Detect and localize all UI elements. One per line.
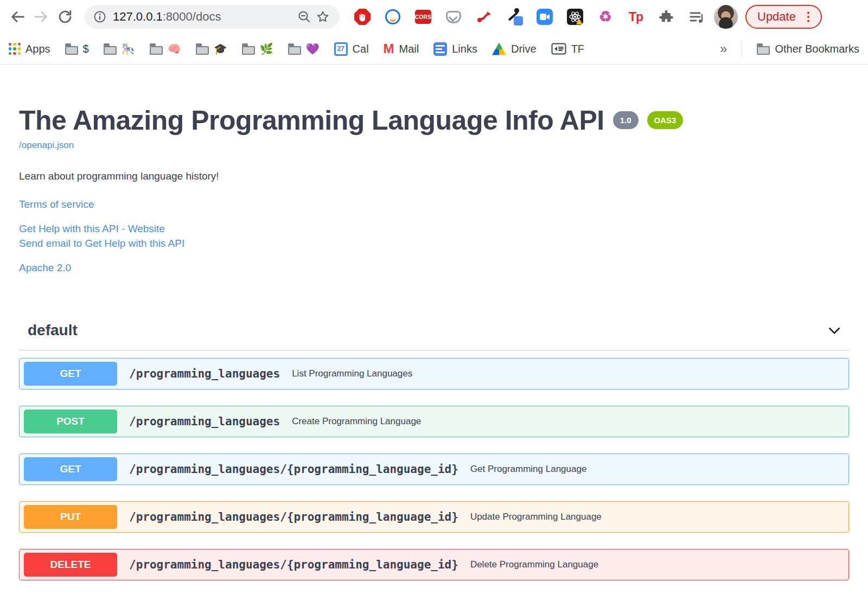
license-link[interactable]: Apache 2.0 <box>19 262 849 274</box>
playlist-icon[interactable] <box>688 8 705 25</box>
endpoint-row-put-update[interactable]: PUT /programming_languages/{programming_… <box>19 501 849 533</box>
info-links: Terms of service Get Help with this API … <box>19 199 849 274</box>
endpoint-path: /programming_languages/{programming_lang… <box>129 510 458 523</box>
bookmark-mail[interactable]: M Mail <box>384 42 419 55</box>
bookmark-label: 💜 <box>306 43 320 54</box>
cors-label: CORS <box>415 10 431 24</box>
endpoint-summary: Update Programming Language <box>470 512 602 522</box>
bookmark-folder-brain[interactable]: 🧠 <box>150 43 181 55</box>
zoom-out-icon <box>297 10 311 24</box>
oas3-badge: OAS3 <box>647 111 684 129</box>
endpoint-list: GET /programming_languages List Programm… <box>19 358 849 580</box>
zoom-video-icon[interactable] <box>536 8 553 25</box>
folder-icon <box>65 46 78 55</box>
page-title: The Amazing Programming Language Info AP… <box>19 106 604 136</box>
endpoint-row-post-create[interactable]: POST /programming_languages Create Progr… <box>19 406 849 437</box>
back-button[interactable] <box>5 5 29 29</box>
bookmark-folder-herb[interactable]: 🌿 <box>242 43 273 55</box>
endpoint-row-get-one[interactable]: GET /programming_languages/{programming_… <box>19 453 849 485</box>
bookmarks-bar: Apps $ 🎠 🧠 🎓 🌿 💜 27 Cal M Mail Links Dri… <box>0 34 868 65</box>
title-row: The Amazing Programming Language Info AP… <box>19 106 849 136</box>
zoom-out-button[interactable] <box>295 8 314 26</box>
bookmark-star-button[interactable] <box>314 8 332 26</box>
chat-smile-icon[interactable] <box>384 8 401 25</box>
bookmark-folder-carousel[interactable]: 🎠 <box>104 43 135 55</box>
endpoint-summary: Create Programming Language <box>292 416 421 427</box>
reload-button[interactable] <box>53 5 77 29</box>
bookmark-links[interactable]: Links <box>433 42 477 56</box>
method-badge[interactable]: PUT <box>24 505 117 529</box>
endpoint-path: /programming_languages/{programming_lang… <box>129 558 458 571</box>
forward-arrow-icon <box>33 9 49 25</box>
folder-icon <box>104 46 117 55</box>
method-badge[interactable]: GET <box>24 457 117 481</box>
chevron-down-icon[interactable] <box>826 322 843 338</box>
bookmark-label: 🎠 <box>122 43 135 54</box>
default-section: default GET /programming_languages List … <box>19 322 849 580</box>
endpoint-path: /programming_languages <box>129 415 280 428</box>
api-description: Learn about programming language history… <box>19 170 849 182</box>
openapi-json-link[interactable]: /openapi.json <box>19 140 74 151</box>
terms-of-service-link[interactable]: Terms of service <box>19 199 849 210</box>
endpoint-row-get-list[interactable]: GET /programming_languages List Programm… <box>19 358 849 389</box>
bookmarks-divider <box>742 41 742 57</box>
bookmark-folder-money[interactable]: $ <box>65 43 89 55</box>
bookmark-label: Mail <box>399 43 419 55</box>
bookmark-label: 🎓 <box>214 43 227 54</box>
chrome-update-button[interactable]: Update ⋮ <box>745 5 822 29</box>
links-icon <box>433 42 447 56</box>
url-path: :8000/docs <box>163 10 221 23</box>
color-picker-icon[interactable] <box>506 8 523 25</box>
bookmark-tf[interactable]: TF <box>551 43 584 55</box>
drive-icon <box>492 43 506 55</box>
cors-icon[interactable]: CORS <box>414 8 432 25</box>
method-badge[interactable]: DELETE <box>24 553 117 577</box>
help-email-link[interactable]: Send email to Get Help with this API <box>19 238 849 250</box>
bookmark-label: Links <box>452 43 477 55</box>
folder-icon <box>757 46 770 55</box>
method-badge[interactable]: POST <box>24 410 117 433</box>
apps-grid-icon <box>9 43 21 55</box>
version-badge: 1.0 <box>613 111 639 129</box>
forward-button[interactable] <box>29 5 53 29</box>
update-label: Update <box>757 10 796 24</box>
section-title: default <box>28 322 78 339</box>
site-info-icon[interactable] <box>93 10 106 23</box>
bookmarks-overflow-chevron[interactable]: » <box>720 41 727 56</box>
bookmark-label: Drive <box>511 43 537 55</box>
url-text[interactable]: 127.0.0.1:8000/docs <box>113 10 295 24</box>
bookmark-folder-education[interactable]: 🎓 <box>196 43 227 55</box>
endpoint-row-delete[interactable]: DELETE /programming_languages/{programmi… <box>19 549 849 580</box>
bookmark-folder-heart[interactable]: 💜 <box>288 43 320 55</box>
folder-icon <box>242 46 255 55</box>
folder-icon <box>196 46 209 55</box>
recycle-icon[interactable]: ♻ <box>597 8 614 25</box>
address-bar[interactable]: 127.0.0.1:8000/docs <box>85 5 340 29</box>
other-bookmarks[interactable]: Other Bookmarks <box>757 43 859 55</box>
bookmark-label: 🌿 <box>260 43 273 54</box>
bookmark-label: Cal <box>353 43 369 55</box>
browser-menu-icon[interactable]: ⋮ <box>802 10 814 24</box>
react-devtools-icon[interactable] <box>566 8 584 25</box>
calendar-icon: 27 <box>334 42 348 56</box>
bookmark-calendar[interactable]: 27 Cal <box>334 42 369 56</box>
section-header[interactable]: default <box>19 322 849 350</box>
extensions-row: CORS <box>354 8 705 25</box>
folder-icon <box>288 46 301 55</box>
endpoint-path: /programming_languages/{programming_lang… <box>129 463 458 476</box>
tp-icon[interactable]: Tp <box>627 8 644 25</box>
bookmark-drive[interactable]: Drive <box>492 43 537 55</box>
browser-toolbar: 127.0.0.1:8000/docs CORS <box>0 0 868 34</box>
puzzle-icon[interactable] <box>658 8 675 25</box>
help-website-link[interactable]: Get Help with this API - Website <box>19 223 849 235</box>
flow-arrow-icon[interactable] <box>475 8 493 25</box>
pocket-icon[interactable] <box>445 8 462 25</box>
other-bookmarks-label: Other Bookmarks <box>775 43 859 55</box>
back-arrow-icon <box>9 9 25 25</box>
tf-icon <box>551 43 566 55</box>
method-badge[interactable]: GET <box>24 362 117 386</box>
adblock-icon[interactable] <box>354 8 371 25</box>
bookmark-apps[interactable]: Apps <box>9 43 50 55</box>
profile-avatar[interactable] <box>714 5 738 29</box>
bookmark-label: TF <box>571 43 584 55</box>
